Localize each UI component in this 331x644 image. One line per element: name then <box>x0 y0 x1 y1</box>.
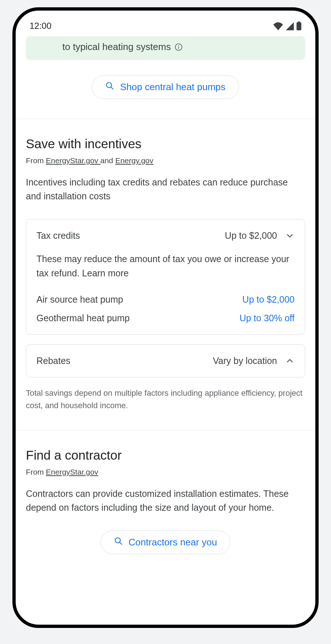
tax-credits-body-text: These may reduce the amount of tax you o… <box>36 252 295 280</box>
search-icon <box>114 537 123 548</box>
info-icon[interactable] <box>175 43 183 51</box>
wifi-icon <box>273 22 283 30</box>
contractor-description: Contractors can provide customized insta… <box>26 487 305 514</box>
svg-rect-0 <box>296 22 301 30</box>
contractor-button-label: Contractors near you <box>129 537 217 548</box>
incentive-row-label: Air source heat pump <box>36 294 123 305</box>
cellular-icon <box>285 22 294 30</box>
incentive-row: Air source heat pump Up to $2,000 <box>36 294 295 305</box>
shop-button-container: Shop central heat pumps <box>26 75 305 99</box>
battery-icon <box>296 22 301 30</box>
status-time: 12:00 <box>30 21 51 31</box>
shop-button-label: Shop central heat pumps <box>120 81 225 93</box>
phone-frame: 12:00 to typical heating systems <box>12 7 319 628</box>
status-icons <box>273 22 301 30</box>
tax-credits-header[interactable]: Tax credits Up to $2,000 <box>26 219 305 252</box>
rebates-header-right: Vary by location <box>213 356 295 366</box>
incentives-title: Save with incentives <box>26 137 305 151</box>
incentive-row-value[interactable]: Up to $2,000 <box>242 294 295 305</box>
contractor-section: Find a contractor From EnergyStar.gov Co… <box>26 430 305 554</box>
tax-credits-body: These may reduce the amount of tax you o… <box>26 252 305 334</box>
incentives-description: Incentives including tax credits and reb… <box>26 175 305 203</box>
svg-line-8 <box>120 542 122 544</box>
rebates-label: Rebates <box>36 356 70 366</box>
incentives-source: From EnergyStar.gov and Energy.gov <box>26 156 305 165</box>
energystar-link[interactable]: EnergyStar.gov <box>46 156 100 165</box>
contractors-near-you-button[interactable]: Contractors near you <box>101 530 231 554</box>
svg-rect-1 <box>298 22 300 23</box>
svg-line-6 <box>111 87 113 89</box>
banner-text: to typical heating systems <box>62 41 171 53</box>
energygov-link[interactable]: Energy.gov <box>115 156 153 165</box>
tax-credits-value: Up to $2,000 <box>225 230 277 241</box>
incentive-row-label: Geothermal heat pump <box>36 313 130 323</box>
shop-heat-pumps-button[interactable]: Shop central heat pumps <box>92 75 239 99</box>
source-and: and <box>100 156 115 165</box>
rebates-value: Vary by location <box>213 356 277 366</box>
search-icon <box>105 81 114 93</box>
chevron-down-icon <box>285 231 295 241</box>
incentive-row: Geothermal heat pump Up to 30% off <box>36 313 295 323</box>
tax-credits-label: Tax credits <box>36 230 80 241</box>
source-prefix: From <box>26 156 46 165</box>
main-content: to typical heating systems Shop central … <box>16 36 315 554</box>
incentive-row-value[interactable]: Up to 30% off <box>240 313 295 323</box>
efficiency-banner: to typical heating systems <box>26 36 305 60</box>
contractor-title: Find a contractor <box>26 448 305 463</box>
chevron-up-icon <box>285 356 295 365</box>
svg-point-3 <box>178 45 179 46</box>
rebates-card: Rebates Vary by location <box>26 344 305 377</box>
contractor-button-container: Contractors near you <box>26 530 305 554</box>
tax-credits-header-right: Up to $2,000 <box>225 230 295 241</box>
svg-rect-4 <box>178 46 179 49</box>
energystar-link[interactable]: EnergyStar.gov <box>46 468 98 476</box>
incentives-section: Save with incentives From EnergyStar.gov… <box>26 119 305 412</box>
tax-credits-card: Tax credits Up to $2,000 These may reduc… <box>26 219 305 335</box>
status-bar: 12:00 <box>16 11 315 36</box>
contractor-source: From EnergyStar.gov <box>26 468 305 476</box>
incentives-disclaimer: Total savings depend on multiple factors… <box>26 387 305 412</box>
rebates-header[interactable]: Rebates Vary by location <box>26 345 305 377</box>
source-prefix: From <box>26 468 46 476</box>
